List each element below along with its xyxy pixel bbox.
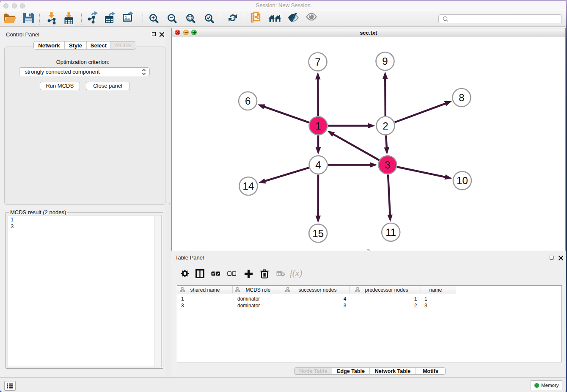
svg-text:7: 7 xyxy=(315,56,320,68)
svg-text:8: 8 xyxy=(459,92,464,103)
svg-text:3: 3 xyxy=(385,159,390,171)
svg-text:6: 6 xyxy=(245,95,250,107)
svg-text:14: 14 xyxy=(242,180,254,192)
svg-text:2: 2 xyxy=(383,120,388,132)
svg-text:4: 4 xyxy=(315,159,321,171)
svg-text:15: 15 xyxy=(312,228,324,239)
svg-text:1: 1 xyxy=(315,120,321,132)
svg-text:9: 9 xyxy=(382,55,388,67)
svg-text:10: 10 xyxy=(457,175,468,186)
svg-text:11: 11 xyxy=(385,226,396,238)
